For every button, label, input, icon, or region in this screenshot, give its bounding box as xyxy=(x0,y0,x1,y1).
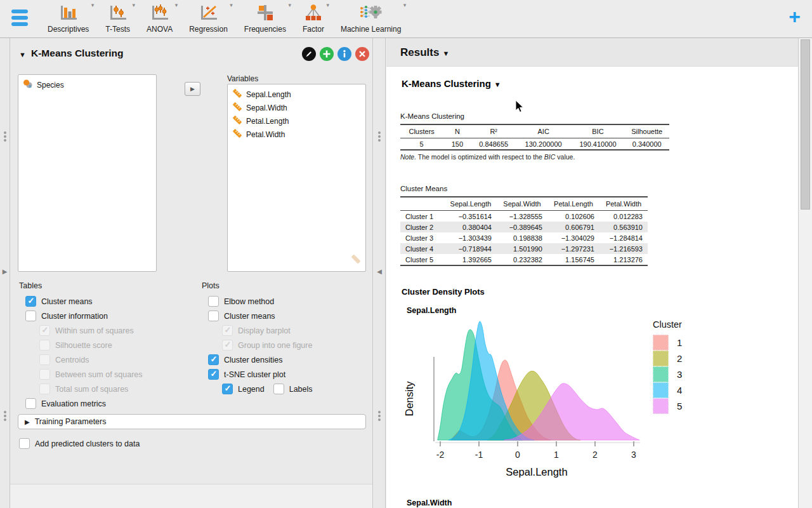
anova-icon xyxy=(147,3,173,24)
svg-text:Density: Density xyxy=(403,381,415,417)
variable-name: Petal.Length xyxy=(246,117,289,126)
labels-checkbox[interactable]: Labels xyxy=(273,384,313,394)
table-row: Cluster 3−1.3034390.198838−1.304029−1.28… xyxy=(400,232,648,243)
collapse-analysis-icon[interactable]: ▼ xyxy=(19,51,26,58)
table-row: Cluster 4−0.7189441.501990−1.297231−1.21… xyxy=(400,243,648,254)
tables-options-section: Tables Cluster means Cluster information… xyxy=(19,281,197,413)
duplicate-analysis-button[interactable] xyxy=(320,47,334,61)
centroids-checkbox: Centroids xyxy=(39,354,89,365)
evaluation-metrics-checkbox[interactable]: Evaluation metrics xyxy=(25,398,106,409)
svg-text:a: a xyxy=(29,84,31,88)
checkbox-icon xyxy=(222,325,233,336)
within-sum-of-squares-checkbox: Within sum of squares xyxy=(39,325,134,336)
display-barplot-checkbox: Display barplot xyxy=(222,325,291,336)
close-analysis-button[interactable] xyxy=(355,47,369,61)
splitter-grip[interactable] xyxy=(4,130,6,143)
expander-arrow-icon: ▶ xyxy=(25,418,30,425)
cluster-densities-checkbox[interactable]: Cluster densities xyxy=(208,354,282,365)
checkbox-icon xyxy=(39,354,50,365)
option-row: Legend Labels xyxy=(222,384,379,394)
splitter-grip[interactable] xyxy=(4,410,6,422)
legend-checkbox[interactable]: Legend xyxy=(222,384,265,394)
scrollbar-thumb[interactable] xyxy=(801,39,810,210)
variable-species[interactable]: a Species xyxy=(21,78,154,91)
variable-petal-length[interactable]: Petal.Length xyxy=(230,114,363,128)
analysis-title-row: ▼ K-Means Clustering xyxy=(10,47,372,66)
top-toolbar: ▾ Descriptives ▾ T-Tests ▾ ANOVA ▾ Regre… xyxy=(0,0,812,38)
t-sne-cluster-plot-checkbox[interactable]: t-SNE cluster plot xyxy=(208,369,285,380)
table-row: 51500.848655130.200000190.4100000.340000 xyxy=(400,138,669,150)
module-t-tests[interactable]: ▾ T-Tests xyxy=(97,0,138,38)
plots-section-label: Plots xyxy=(202,281,379,290)
results-section-menu[interactable]: K-Means Clustering▼ xyxy=(402,78,501,89)
add-module-button[interactable]: + xyxy=(789,5,801,28)
table-row: Cluster 1−0.351614−1.3285550.1026060.012… xyxy=(400,211,648,222)
expand-data-panel-icon[interactable]: ▶ xyxy=(3,268,8,275)
option-row: Cluster information xyxy=(25,311,197,321)
option-row: Cluster densities xyxy=(208,354,379,365)
chevron-down-icon: ▾ xyxy=(133,2,136,8)
scale-variable-icon xyxy=(232,88,242,100)
analysis-title: K-Means Clustering xyxy=(31,48,124,59)
panels-splitter[interactable]: ◀ xyxy=(374,38,386,508)
module-frequencies[interactable]: ▾ Frequencies xyxy=(236,0,294,38)
collapse-options-panel-icon[interactable]: ◀ xyxy=(377,268,382,275)
frequencies-icon xyxy=(244,3,286,24)
results-content: K-Means Clustering▼ K-Means Clustering C… xyxy=(386,67,798,508)
add-predicted-checkbox[interactable]: Add predicted clusters to data xyxy=(19,438,140,449)
results-header: Results▼ xyxy=(386,38,798,67)
svg-text:3: 3 xyxy=(631,450,636,460)
results-menu[interactable]: Results▼ xyxy=(400,46,449,59)
variable-sepal-length[interactable]: Sepal.Length xyxy=(230,88,363,101)
analysis-options-panel: ▼ K-Means Clustering a Species ▶ Variabl… xyxy=(10,38,373,508)
svg-text:0: 0 xyxy=(515,450,520,460)
checkbox-icon xyxy=(222,384,233,394)
assign-variable-button[interactable]: ▶ xyxy=(185,82,200,96)
option-row: Cluster means xyxy=(208,311,379,321)
total-sum-of-squares-checkbox: Total sum of squares xyxy=(39,384,128,394)
silhouette-score-checkbox: Silhouette score xyxy=(39,340,112,351)
option-row: Elbow method xyxy=(208,296,379,307)
ttests-icon xyxy=(105,3,130,24)
variable-petal-width[interactable]: Petal.Width xyxy=(230,128,363,141)
chevron-down-icon: ▾ xyxy=(288,2,291,8)
legend-item-cluster-2: 2 xyxy=(653,351,682,366)
chevron-down-icon: ▾ xyxy=(91,2,95,8)
info-button[interactable] xyxy=(337,47,351,61)
option-row: Within sum of squares xyxy=(39,325,197,336)
module-anova[interactable]: ▾ ANOVA xyxy=(138,0,181,38)
available-variables-list[interactable]: a Species xyxy=(18,74,157,272)
splitter-grip[interactable] xyxy=(378,410,381,422)
results-scrollbar[interactable] xyxy=(798,38,812,508)
checkbox-icon xyxy=(25,296,36,307)
chevron-down-icon: ▾ xyxy=(230,2,233,8)
nominal-variable-icon: a xyxy=(23,79,33,91)
plot-legend: Cluster 1 2 3 4 5 xyxy=(653,319,682,414)
module-ribbon: ▾ Descriptives ▾ T-Tests ▾ ANOVA ▾ Regre… xyxy=(39,0,409,38)
module-machine-learning[interactable]: ▾ Machine Learning xyxy=(332,0,409,38)
module-descriptives[interactable]: ▾ Descriptives xyxy=(39,0,97,38)
data-panel-splitter[interactable]: ▶ xyxy=(0,38,10,508)
variable-sepal-width[interactable]: Sepal.Width xyxy=(230,101,363,114)
assigned-variables-list[interactable]: Sepal.Length Sepal.Width Petal.Length Pe… xyxy=(227,84,366,272)
elbow-method-checkbox[interactable]: Elbow method xyxy=(208,296,274,307)
cluster-means-checkbox[interactable]: Cluster means xyxy=(25,296,93,307)
checkbox-icon xyxy=(208,311,219,321)
legend-swatch xyxy=(653,351,669,366)
training-parameters-expander[interactable]: ▶Training Parameters xyxy=(18,414,366,429)
panel-footer xyxy=(10,485,372,508)
module-factor[interactable]: ▾ Factor xyxy=(294,0,332,38)
legend-item-cluster-3: 3 xyxy=(653,366,682,382)
scale-variable-icon xyxy=(232,115,242,127)
module-regression[interactable]: ▾ Regression xyxy=(181,0,236,38)
density-plot-subtitle: Sepal.Length xyxy=(407,306,456,315)
cluster-means-checkbox[interactable]: Cluster means xyxy=(208,311,275,321)
splitter-grip[interactable] xyxy=(378,130,381,143)
variable-name: Sepal.Width xyxy=(246,104,287,112)
hamburger-menu-icon[interactable] xyxy=(11,10,29,29)
edit-title-button[interactable] xyxy=(302,47,316,61)
cluster-information-checkbox[interactable]: Cluster information xyxy=(25,311,108,321)
chevron-down-icon: ▾ xyxy=(326,2,329,8)
variable-name: Petal.Width xyxy=(246,130,285,139)
legend-title: Cluster xyxy=(653,319,682,330)
